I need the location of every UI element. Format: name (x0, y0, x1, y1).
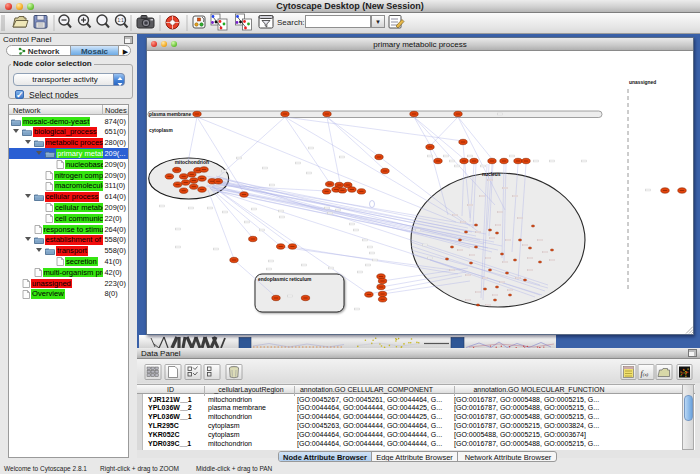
svg-text:plasma membrane: plasma membrane (149, 112, 191, 117)
svg-text:mitochondrion: mitochondrion (175, 160, 209, 165)
svg-text:nucleus: nucleus (482, 172, 501, 177)
svg-text:unassigned: unassigned (629, 80, 656, 85)
svg-text:endoplasmic reticulum: endoplasmic reticulum (258, 277, 312, 282)
svg-text:1:1: 1:1 (117, 18, 124, 23)
svg-text:cytoplasm: cytoplasm (149, 128, 173, 133)
